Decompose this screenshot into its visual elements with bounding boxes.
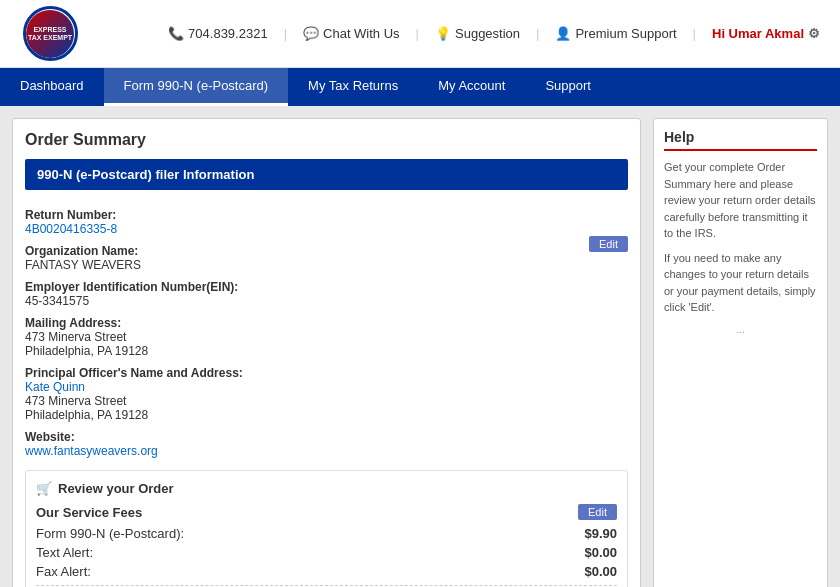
fee-postcard-label: Form 990-N (e-Postcard): [36, 526, 184, 541]
nav-account[interactable]: My Account [418, 68, 525, 106]
org-name-value: FANTASY WEAVERS [25, 258, 581, 272]
help-text1: Get your complete Order Summary here and… [664, 159, 817, 242]
fee-fax-row: Fax Alert: $0.00 [36, 564, 617, 579]
principal-line2: Philadelphia, PA 19128 [25, 408, 628, 422]
principal-line1: 473 Minerva Street [25, 394, 628, 408]
nav-form990n[interactable]: Form 990-N (e-Postcard) [104, 68, 288, 106]
user-icon: 👤 [555, 26, 571, 41]
mailing-row: Mailing Address: 473 Minerva Street Phil… [25, 308, 628, 358]
navbar: Dashboard Form 990-N (e-Postcard) My Tax… [0, 68, 840, 106]
filer-section-title: 990-N (e-Postcard) filer Information [37, 167, 254, 182]
chat-label: Chat With Us [323, 26, 400, 41]
principal-row: Principal Officer's Name and Address: Ka… [25, 358, 628, 422]
ein-value: 45-3341575 [25, 294, 628, 308]
fee-fax-value: $0.00 [584, 564, 617, 579]
help-box: Help Get your complete Order Summary her… [653, 118, 828, 587]
mailing-line1: 473 Minerva Street [25, 330, 628, 344]
phone-item[interactable]: 📞 704.839.2321 [168, 26, 268, 41]
fee-divider [36, 585, 617, 586]
fee-postcard-row: Form 990-N (e-Postcard): $9.90 [36, 526, 617, 541]
fee-text-value: $0.00 [584, 545, 617, 560]
user-name: Hi Umar Akmal [712, 26, 804, 41]
org-name-row: Organization Name: FANTASY WEAVERS Edit [25, 236, 628, 272]
nav-support[interactable]: Support [525, 68, 611, 106]
suggestion-label: Suggestion [455, 26, 520, 41]
website-row: Website: www.fantasyweavers.org [25, 422, 628, 458]
suggestion-item[interactable]: 💡 Suggestion [435, 26, 520, 41]
user-item[interactable]: Hi Umar Akmal ⚙ [712, 26, 820, 41]
review-order-title: 🛒 Review your Order [36, 481, 174, 496]
filer-section-header: 990-N (e-Postcard) filer Information [25, 159, 628, 190]
right-order-panel: 🛒 Review your Order Our Service Fees Edi… [25, 470, 628, 587]
support-item[interactable]: 👤 Premium Support [555, 26, 676, 41]
fee-text-row: Text Alert: $0.00 [36, 545, 617, 560]
gear-icon[interactable]: ⚙ [808, 26, 820, 41]
main-content: Order Summary 990-N (e-Postcard) filer I… [0, 106, 840, 587]
website-label: Website: [25, 430, 628, 444]
scroll-indicator: ... [664, 324, 817, 335]
fee-postcard-value: $9.90 [584, 526, 617, 541]
nav-dashboard[interactable]: Dashboard [0, 68, 104, 106]
support-label: Premium Support [575, 26, 676, 41]
chat-item[interactable]: 💬 Chat With Us [303, 26, 400, 41]
cart-icon: 🛒 [36, 481, 52, 496]
review-billing-section: 🛒 Review your Order Our Service Fees Edi… [25, 470, 628, 587]
ein-label: Employer Identification Number(EIN): [25, 280, 628, 294]
principal-label: Principal Officer's Name and Address: [25, 366, 628, 380]
principal-name: Kate Quinn [25, 380, 628, 394]
fee-text-label: Text Alert: [36, 545, 93, 560]
left-panel: Order Summary 990-N (e-Postcard) filer I… [12, 118, 641, 587]
nav-tax-returns[interactable]: My Tax Returns [288, 68, 418, 106]
fee-fax-label: Fax Alert: [36, 564, 91, 579]
return-number-label: Return Number: [25, 208, 628, 222]
website-value: www.fantasyweavers.org [25, 444, 628, 458]
topbar-right: 📞 704.839.2321 | 💬 Chat With Us | 💡 Sugg… [168, 26, 820, 41]
suggestion-icon: 💡 [435, 26, 451, 41]
order-summary-title: Order Summary [25, 131, 628, 149]
sep3: | [536, 26, 539, 41]
return-number-value: 4B0020416335-8 [25, 222, 628, 236]
org-name-label: Organization Name: [25, 244, 581, 258]
mailing-line2: Philadelphia, PA 19128 [25, 344, 628, 358]
help-title: Help [664, 129, 817, 151]
help-text2: If you need to make any changes to your … [664, 250, 817, 316]
review-order-header: 🛒 Review your Order [36, 481, 617, 496]
logo: EXPRESS TAX EXEMPT [20, 6, 80, 61]
return-number-row: Return Number: 4B0020416335-8 [25, 200, 628, 236]
phone-number: 704.839.2321 [188, 26, 268, 41]
phone-icon: 📞 [168, 26, 184, 41]
chat-icon: 💬 [303, 26, 319, 41]
sep1: | [284, 26, 287, 41]
review-order-box: 🛒 Review your Order Our Service Fees Edi… [25, 470, 628, 587]
mailing-label: Mailing Address: [25, 316, 628, 330]
ein-row: Employer Identification Number(EIN): 45-… [25, 272, 628, 308]
fees-edit-button[interactable]: Edit [578, 504, 617, 520]
sep2: | [416, 26, 419, 41]
filer-info: 990-N (e-Postcard) filer Information Ret… [25, 159, 628, 458]
right-panel: Help Get your complete Order Summary her… [653, 118, 828, 587]
service-fees-label: Our Service Fees [36, 505, 142, 520]
org-name-edit-button[interactable]: Edit [589, 236, 628, 252]
topbar: EXPRESS TAX EXEMPT 📞 704.839.2321 | 💬 Ch… [0, 0, 840, 68]
sep4: | [693, 26, 696, 41]
